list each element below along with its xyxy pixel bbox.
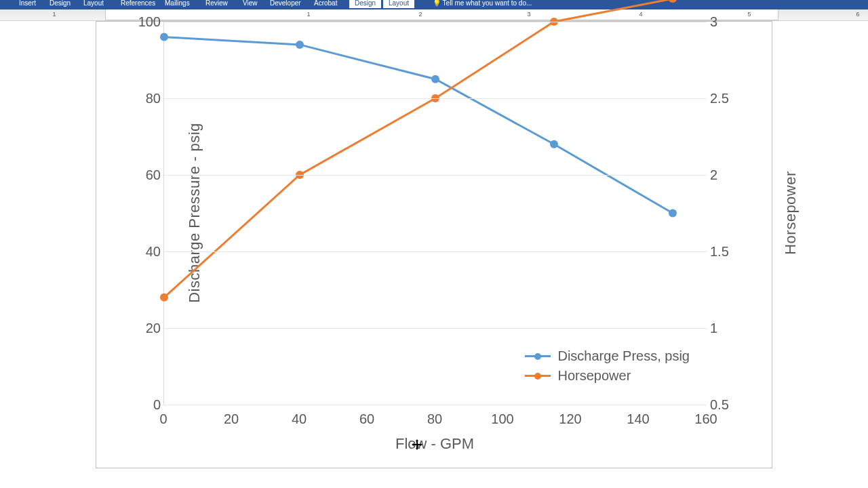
ruler-number: 6 [856, 11, 859, 18]
ribbon-tab[interactable]: Layout [78, 0, 109, 8]
plot-area[interactable]: Discharge Press, psigHorsepower [163, 22, 707, 405]
x-tick-label: 140 [627, 411, 649, 427]
ribbon-tab[interactable]: View [237, 0, 263, 8]
y-left-tick-label: 20 [127, 321, 161, 336]
y-left-tick-label: 0 [127, 397, 161, 413]
y-axis-right-title: Horsepower [782, 171, 800, 255]
x-tick-label: 120 [559, 411, 581, 427]
gridline [164, 98, 707, 99]
ribbon-tab[interactable]: Design [349, 0, 381, 8]
ruler-number: 3 [527, 11, 530, 18]
y-right-tick-label: 0.5 [710, 397, 729, 413]
ruler-number: 4 [639, 11, 642, 18]
y-right-tick-label: 2.5 [710, 91, 729, 106]
data-point[interactable] [296, 41, 304, 49]
ribbon-tab[interactable]: Design [44, 0, 76, 8]
y-left-tick-label: 80 [127, 91, 161, 106]
x-tick-label: 100 [491, 411, 513, 427]
gridline [164, 405, 707, 405]
ruler-number: 2 [418, 11, 422, 18]
legend-entry[interactable]: Discharge Press, psig [525, 348, 690, 364]
data-point[interactable] [550, 140, 558, 148]
legend[interactable]: Discharge Press, psigHorsepower [525, 344, 690, 388]
legend-label: Discharge Press, psig [557, 348, 690, 364]
series-line[interactable] [164, 37, 673, 214]
gridline [164, 251, 707, 252]
ruler-number: 1 [52, 11, 56, 18]
y-right-tick-label: 3 [710, 14, 717, 30]
legend-entry[interactable]: Horsepower [525, 368, 690, 384]
x-axis-title: Flow - GPM [163, 435, 706, 453]
x-tick-label: 60 [359, 411, 374, 427]
legend-label: Horsepower [557, 368, 631, 384]
x-tick-label: 160 [694, 411, 717, 427]
ribbon-bar: InsertDesignLayoutReferencesMailingsRevi… [0, 0, 868, 9]
ribbon-tab[interactable]: Layout [383, 0, 414, 8]
data-point[interactable] [160, 33, 168, 41]
ribbon-tab[interactable]: Mailings [159, 0, 195, 8]
chart-object[interactable]: Discharge Pressure - psig Horsepower Flo… [96, 21, 772, 468]
ruler-number: 1 [307, 11, 310, 18]
ribbon-tab[interactable]: References [115, 0, 161, 8]
y-right-tick-label: 1 [710, 321, 717, 336]
gridline [164, 328, 707, 329]
legend-swatch [525, 355, 551, 357]
y-left-tick-label: 60 [127, 167, 161, 183]
y-left-tick-label: 40 [127, 244, 161, 260]
gridline [164, 175, 707, 176]
x-tick-label: 0 [159, 411, 167, 427]
ribbon-tab[interactable]: Insert [14, 0, 41, 8]
y-left-tick-label: 100 [127, 14, 161, 30]
y-right-tick-label: 2 [710, 167, 717, 183]
data-point[interactable] [431, 75, 439, 83]
ribbon-tab[interactable]: Developer [264, 0, 307, 8]
series-line[interactable] [164, 0, 673, 298]
tell-me-search[interactable]: 💡 Tell me what you want to do... [427, 0, 537, 8]
ribbon-tab[interactable]: Acrobat [309, 0, 342, 8]
data-point[interactable] [160, 293, 168, 302]
y-right-tick-label: 1.5 [710, 244, 729, 260]
legend-swatch [525, 375, 551, 377]
ruler-number: 5 [747, 11, 751, 18]
x-tick-label: 80 [427, 411, 442, 427]
x-tick-label: 40 [292, 411, 307, 427]
x-tick-label: 20 [224, 411, 239, 427]
ribbon-tab[interactable]: Review [200, 0, 233, 8]
data-point[interactable] [669, 209, 677, 218]
gridline [164, 22, 707, 22]
